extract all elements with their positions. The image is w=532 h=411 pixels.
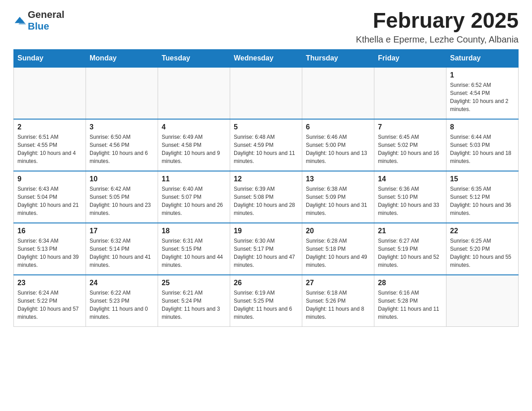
logo-general-text: General <box>28 9 64 20</box>
calendar-day-cell: 1Sunrise: 6:52 AM Sunset: 4:54 PM Daylig… <box>446 67 519 119</box>
calendar-day-header: Monday <box>86 49 158 67</box>
day-info: Sunrise: 6:43 AM Sunset: 5:04 PM Dayligh… <box>17 185 82 217</box>
calendar-header-row: SundayMondayTuesdayWednesdayThursdayFrid… <box>14 49 519 67</box>
calendar-week-row: 2Sunrise: 6:51 AM Sunset: 4:55 PM Daylig… <box>14 119 519 171</box>
calendar-day-cell <box>446 275 519 327</box>
calendar-day-cell: 7Sunrise: 6:45 AM Sunset: 5:02 PM Daylig… <box>374 119 446 171</box>
calendar-day-header: Wednesday <box>230 49 302 67</box>
day-number: 24 <box>90 279 154 287</box>
calendar-day-header: Thursday <box>302 49 374 67</box>
day-number: 11 <box>162 175 226 183</box>
calendar-day-cell: 10Sunrise: 6:42 AM Sunset: 5:05 PM Dayli… <box>86 171 158 223</box>
logo: General Blue <box>13 9 64 32</box>
day-number: 19 <box>234 227 298 235</box>
day-info: Sunrise: 6:25 AM Sunset: 5:20 PM Dayligh… <box>450 237 515 269</box>
day-info: Sunrise: 6:21 AM Sunset: 5:24 PM Dayligh… <box>162 289 226 321</box>
day-info: Sunrise: 6:28 AM Sunset: 5:18 PM Dayligh… <box>306 237 370 269</box>
calendar-day-header: Tuesday <box>158 49 230 67</box>
calendar-day-cell: 24Sunrise: 6:22 AM Sunset: 5:23 PM Dayli… <box>86 275 158 327</box>
calendar-day-cell <box>158 67 230 119</box>
calendar-day-header: Sunday <box>14 49 86 67</box>
calendar-week-row: 9Sunrise: 6:43 AM Sunset: 5:04 PM Daylig… <box>14 171 519 223</box>
day-number: 13 <box>306 175 370 183</box>
day-info: Sunrise: 6:50 AM Sunset: 4:56 PM Dayligh… <box>90 133 154 165</box>
calendar-day-header: Saturday <box>446 49 519 67</box>
logo-icon <box>13 14 26 27</box>
day-info: Sunrise: 6:22 AM Sunset: 5:23 PM Dayligh… <box>90 289 154 321</box>
day-info: Sunrise: 6:51 AM Sunset: 4:55 PM Dayligh… <box>17 133 82 165</box>
calendar-body: 1Sunrise: 6:52 AM Sunset: 4:54 PM Daylig… <box>14 67 519 327</box>
day-number: 2 <box>17 123 82 131</box>
page-header: General Blue February 2025 Kthella e Epe… <box>13 9 519 45</box>
month-title: February 2025 <box>356 9 519 33</box>
day-info: Sunrise: 6:32 AM Sunset: 5:14 PM Dayligh… <box>90 237 154 269</box>
day-info: Sunrise: 6:44 AM Sunset: 5:03 PM Dayligh… <box>450 133 515 165</box>
calendar-day-cell: 8Sunrise: 6:44 AM Sunset: 5:03 PM Daylig… <box>446 119 519 171</box>
day-info: Sunrise: 6:31 AM Sunset: 5:15 PM Dayligh… <box>162 237 226 269</box>
day-info: Sunrise: 6:48 AM Sunset: 4:59 PM Dayligh… <box>234 133 298 165</box>
calendar-day-cell: 13Sunrise: 6:38 AM Sunset: 5:09 PM Dayli… <box>302 171 374 223</box>
day-info: Sunrise: 6:46 AM Sunset: 5:00 PM Dayligh… <box>306 133 370 165</box>
calendar-day-cell: 25Sunrise: 6:21 AM Sunset: 5:24 PM Dayli… <box>158 275 230 327</box>
calendar-day-cell: 6Sunrise: 6:46 AM Sunset: 5:00 PM Daylig… <box>302 119 374 171</box>
calendar-day-cell: 17Sunrise: 6:32 AM Sunset: 5:14 PM Dayli… <box>86 223 158 275</box>
day-info: Sunrise: 6:36 AM Sunset: 5:10 PM Dayligh… <box>378 185 442 217</box>
calendar-day-cell: 20Sunrise: 6:28 AM Sunset: 5:18 PM Dayli… <box>302 223 374 275</box>
day-number: 23 <box>17 279 82 287</box>
day-info: Sunrise: 6:38 AM Sunset: 5:09 PM Dayligh… <box>306 185 370 217</box>
day-number: 17 <box>90 227 154 235</box>
day-number: 28 <box>378 279 442 287</box>
calendar-day-cell: 19Sunrise: 6:30 AM Sunset: 5:17 PM Dayli… <box>230 223 302 275</box>
calendar-day-cell: 15Sunrise: 6:35 AM Sunset: 5:12 PM Dayli… <box>446 171 519 223</box>
day-number: 5 <box>234 123 298 131</box>
day-number: 3 <box>90 123 154 131</box>
calendar-day-cell: 11Sunrise: 6:40 AM Sunset: 5:07 PM Dayli… <box>158 171 230 223</box>
calendar-day-cell: 18Sunrise: 6:31 AM Sunset: 5:15 PM Dayli… <box>158 223 230 275</box>
day-number: 7 <box>378 123 442 131</box>
calendar-day-cell: 28Sunrise: 6:16 AM Sunset: 5:28 PM Dayli… <box>374 275 446 327</box>
day-info: Sunrise: 6:52 AM Sunset: 4:54 PM Dayligh… <box>450 81 515 113</box>
calendar-day-cell: 14Sunrise: 6:36 AM Sunset: 5:10 PM Dayli… <box>374 171 446 223</box>
calendar-day-cell <box>86 67 158 119</box>
day-number: 26 <box>234 279 298 287</box>
day-number: 1 <box>450 71 515 79</box>
day-number: 15 <box>450 175 515 183</box>
day-info: Sunrise: 6:35 AM Sunset: 5:12 PM Dayligh… <box>450 185 515 217</box>
day-number: 8 <box>450 123 515 131</box>
calendar-day-cell <box>374 67 446 119</box>
calendar-day-cell <box>230 67 302 119</box>
day-info: Sunrise: 6:45 AM Sunset: 5:02 PM Dayligh… <box>378 133 442 165</box>
day-info: Sunrise: 6:34 AM Sunset: 5:13 PM Dayligh… <box>17 237 82 269</box>
calendar-day-cell: 4Sunrise: 6:49 AM Sunset: 4:58 PM Daylig… <box>158 119 230 171</box>
day-info: Sunrise: 6:49 AM Sunset: 4:58 PM Dayligh… <box>162 133 226 165</box>
day-number: 10 <box>90 175 154 183</box>
calendar-week-row: 1Sunrise: 6:52 AM Sunset: 4:54 PM Daylig… <box>14 67 519 119</box>
day-number: 22 <box>450 227 515 235</box>
logo-blue-text: Blue <box>28 21 49 32</box>
day-number: 20 <box>306 227 370 235</box>
calendar-week-row: 23Sunrise: 6:24 AM Sunset: 5:22 PM Dayli… <box>14 275 519 327</box>
calendar-day-cell: 12Sunrise: 6:39 AM Sunset: 5:08 PM Dayli… <box>230 171 302 223</box>
day-number: 16 <box>17 227 82 235</box>
day-number: 6 <box>306 123 370 131</box>
calendar-day-cell: 5Sunrise: 6:48 AM Sunset: 4:59 PM Daylig… <box>230 119 302 171</box>
day-number: 21 <box>378 227 442 235</box>
calendar-day-cell: 26Sunrise: 6:19 AM Sunset: 5:25 PM Dayli… <box>230 275 302 327</box>
day-info: Sunrise: 6:18 AM Sunset: 5:26 PM Dayligh… <box>306 289 370 321</box>
day-info: Sunrise: 6:27 AM Sunset: 5:19 PM Dayligh… <box>378 237 442 269</box>
calendar-day-cell: 22Sunrise: 6:25 AM Sunset: 5:20 PM Dayli… <box>446 223 519 275</box>
day-info: Sunrise: 6:40 AM Sunset: 5:07 PM Dayligh… <box>162 185 226 217</box>
calendar-day-cell <box>302 67 374 119</box>
calendar-day-cell: 21Sunrise: 6:27 AM Sunset: 5:19 PM Dayli… <box>374 223 446 275</box>
calendar-day-header: Friday <box>374 49 446 67</box>
day-info: Sunrise: 6:24 AM Sunset: 5:22 PM Dayligh… <box>17 289 82 321</box>
day-info: Sunrise: 6:30 AM Sunset: 5:17 PM Dayligh… <box>234 237 298 269</box>
title-area: February 2025 Kthella e Eperme, Lezhe Co… <box>356 9 519 45</box>
day-number: 18 <box>162 227 226 235</box>
day-number: 4 <box>162 123 226 131</box>
day-number: 9 <box>17 175 82 183</box>
day-number: 12 <box>234 175 298 183</box>
day-info: Sunrise: 6:39 AM Sunset: 5:08 PM Dayligh… <box>234 185 298 217</box>
calendar-day-cell: 3Sunrise: 6:50 AM Sunset: 4:56 PM Daylig… <box>86 119 158 171</box>
calendar-day-cell <box>14 67 86 119</box>
